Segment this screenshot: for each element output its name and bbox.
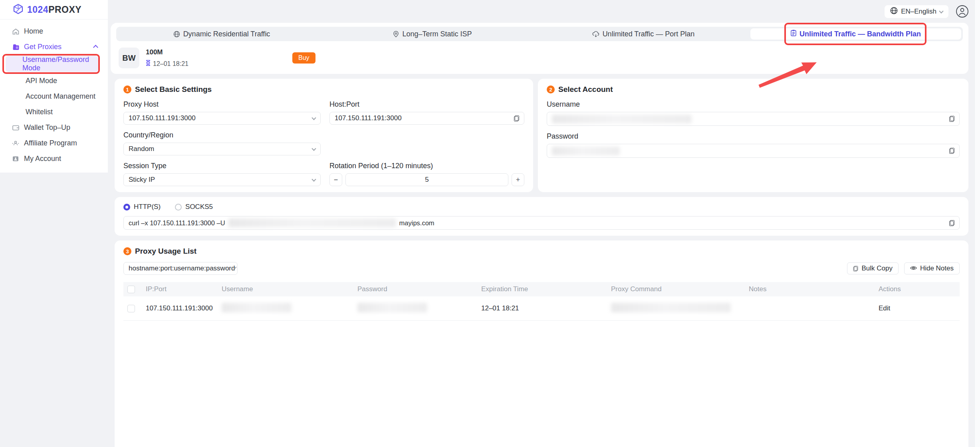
host-port-label: Host:Port [329, 100, 524, 109]
bulk-copy-button[interactable]: Bulk Copy [847, 262, 898, 274]
product-tabbar: Dynamic Residential Traffic Long–Term St… [116, 27, 963, 41]
proxy-usage-card: 3 Proxy Usage List hostname:port:usernam… [115, 240, 968, 447]
user-avatar[interactable] [956, 5, 969, 18]
tab-unlimited-traffic-port-plan[interactable]: Unlimited Traffic — Port Plan [538, 27, 749, 41]
plan-name: 100M [146, 48, 188, 56]
rotation-period-stepper: − 5 + [329, 173, 524, 186]
select-account-card: 2 Select Account Username Password [538, 79, 968, 192]
username-input[interactable] [547, 112, 960, 126]
sidebar-item-wallet-top-up[interactable]: Wallet Top–Up [0, 120, 108, 135]
sidebar-item-label: Username/Password Mode [22, 56, 98, 72]
column-header-actions: Actions [879, 285, 960, 293]
table-row: 107.150.111.191:3000 12–01 18:21 Edit [123, 296, 960, 321]
cell-password-redacted [357, 303, 427, 312]
sidebar-subitem-account-management[interactable]: Account Management [0, 89, 108, 104]
home-icon [12, 28, 19, 35]
password-redacted-value [552, 147, 620, 155]
step-badge-2: 2 [547, 85, 555, 93]
sidebar-subitem-whitelist[interactable]: Whitelist [0, 104, 108, 120]
radio-https[interactable]: HTTP(S) [123, 203, 161, 211]
radio-unselected-icon [175, 204, 182, 211]
copy-icon[interactable] [949, 116, 954, 122]
proxy-usage-title-row: 3 Proxy Usage List [123, 247, 960, 256]
protocol-radio-group: HTTP(S) SOCKS5 [123, 203, 960, 211]
row-checkbox[interactable] [127, 305, 135, 312]
rotation-period-label: Rotation Period (1–120 minutes) [329, 162, 524, 170]
tab-label: Dynamic Residential Traffic [183, 30, 270, 38]
basic-settings-title-row: 1 Select Basic Settings [123, 85, 524, 94]
username-redacted-value [552, 115, 692, 123]
language-selector[interactable]: EN–English [885, 5, 948, 18]
chevron-down-icon [311, 177, 316, 181]
plan-info: 100M 12–01 18:21 [146, 48, 188, 68]
sidebar-subitem-username-password-mode[interactable]: Username/Password Mode [6, 56, 98, 72]
sidebar-item-affiliate-program[interactable]: Affiliate Program [0, 135, 108, 151]
hide-notes-label: Hide Notes [920, 264, 954, 272]
select-all-checkbox[interactable] [127, 286, 135, 293]
chevron-down-icon [311, 146, 316, 151]
curl-prefix: curl –x 107.150.111.191:3000 –U [129, 219, 225, 227]
stepper-plus-button[interactable]: + [512, 173, 524, 186]
affiliate-icon [12, 140, 19, 146]
sidebar-item-label: Home [24, 27, 43, 36]
wallet-icon [12, 125, 19, 131]
cloud-icon [592, 31, 599, 37]
radio-socks5[interactable]: SOCKS5 [175, 203, 213, 211]
plan-header-card: Dynamic Residential Traffic Long–Term St… [111, 23, 968, 74]
brand-logo: 1024PROXY [0, 0, 108, 20]
cell-ip-port: 107.150.111.191:3000 [146, 304, 222, 312]
sidebar-item-label: Get Proxies [24, 43, 61, 51]
page-scrollbar-track[interactable] [974, 0, 980, 447]
column-header-notes: Notes [749, 285, 879, 293]
format-select[interactable]: hostname:port:username:password [123, 262, 238, 275]
curl-command-field[interactable]: curl –x 107.150.111.191:3000 –U mayips.c… [123, 216, 960, 230]
proxy-host-select[interactable]: 107.150.111.191:3000 [123, 112, 321, 125]
globe-icon [890, 7, 898, 16]
copy-icon[interactable] [949, 148, 954, 154]
host-port-input[interactable]: 107.150.111.191:3000 [329, 112, 524, 125]
sidebar-item-label: Affiliate Program [24, 139, 77, 147]
country-region-select[interactable]: Random [123, 143, 321, 155]
proxy-usage-table: IP:Port Username Password Expiration Tim… [123, 282, 960, 321]
stepper-minus-button[interactable]: − [329, 173, 342, 186]
curl-suffix: mayips.com [399, 219, 434, 227]
password-input[interactable] [547, 144, 960, 158]
tab-unlimited-traffic-bandwidth-plan[interactable]: Unlimited Traffic — Bandwidth Plan [750, 28, 961, 40]
tab-long-term-static-isp[interactable]: Long–Term Static ISP [327, 27, 538, 41]
cell-username-redacted [222, 303, 292, 312]
sidebar-item-my-account[interactable]: My Account [0, 151, 108, 167]
main-content: Dynamic Residential Traffic Long–Term St… [111, 23, 968, 447]
sidebar-item-home[interactable]: Home [0, 24, 108, 39]
globe-icon [173, 31, 180, 38]
sidebar-subitem-username-password-wrap: Username/Password Mode [6, 56, 98, 72]
brand-cube-icon [13, 4, 24, 16]
column-header-expiration: Expiration Time [481, 285, 611, 293]
copy-icon[interactable] [514, 115, 519, 121]
plan-expiry-text: 12–01 18:21 [153, 60, 188, 68]
sidebar-item-get-proxies[interactable]: Get Proxies [0, 39, 108, 55]
language-label: EN–English [901, 8, 936, 16]
radio-label: SOCKS5 [185, 203, 213, 211]
copy-icon [853, 266, 858, 271]
usage-controls: hostname:port:username:password Bulk Cop… [123, 262, 960, 275]
rotation-period-input[interactable]: 5 [345, 173, 508, 186]
basic-settings-card: 1 Select Basic Settings Proxy Host 107.1… [115, 79, 533, 192]
sidebar-item-label: API Mode [26, 77, 57, 85]
sidebar-nav: Home Get Proxies Username/Password Mode … [0, 20, 108, 167]
buy-button[interactable]: Buy [292, 52, 315, 64]
edit-action-link[interactable]: Edit [879, 304, 960, 312]
proxies-icon [12, 44, 19, 50]
proxy-host-value: 107.150.111.191:3000 [129, 114, 312, 122]
tab-dynamic-residential-traffic[interactable]: Dynamic Residential Traffic [116, 27, 327, 41]
session-type-label: Session Type [123, 162, 321, 170]
plan-badge: BW [119, 48, 139, 68]
radio-label: HTTP(S) [134, 203, 161, 211]
bulk-copy-label: Bulk Copy [861, 264, 892, 272]
session-type-select[interactable]: Sticky IP [123, 173, 321, 186]
hide-notes-button[interactable]: Hide Notes [904, 262, 960, 274]
copy-icon[interactable] [949, 220, 954, 226]
tab-active-content: Unlimited Traffic — Bandwidth Plan [791, 30, 921, 38]
sidebar-subitem-api-mode[interactable]: API Mode [0, 73, 108, 89]
protocol-card: HTTP(S) SOCKS5 curl –x 107.150.111.191:3… [115, 197, 968, 236]
step-badge-3: 3 [123, 247, 131, 255]
